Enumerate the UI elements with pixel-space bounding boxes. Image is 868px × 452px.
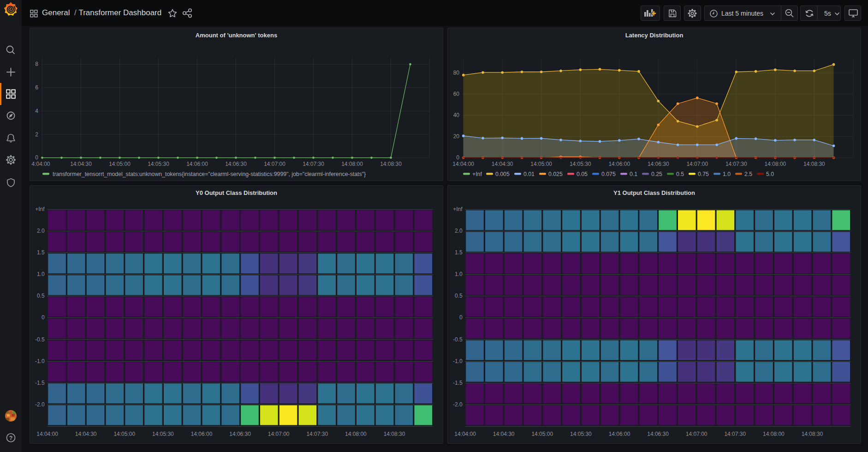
svg-text:14:06:00: 14:06:00 <box>608 161 630 167</box>
svg-text:14:08:30: 14:08:30 <box>384 431 405 437</box>
svg-text:14:07:00: 14:07:00 <box>268 431 290 437</box>
svg-text:20: 20 <box>453 133 460 140</box>
svg-text:transformer_tensorrt_model_sta: transformer_tensorrt_model_stats:unknown… <box>53 171 366 177</box>
svg-text:14:04:30: 14:04:30 <box>492 161 513 167</box>
svg-text:0: 0 <box>42 314 45 321</box>
svg-text:14:04:30: 14:04:30 <box>75 431 97 437</box>
svg-text:14:08:30: 14:08:30 <box>802 431 823 437</box>
svg-text:-2.0: -2.0 <box>35 401 45 408</box>
svg-text:14:04:30: 14:04:30 <box>493 431 515 437</box>
svg-text:14:06:30: 14:06:30 <box>229 431 251 437</box>
svg-text:14:07:30: 14:07:30 <box>725 161 747 167</box>
svg-text:14:05:30: 14:05:30 <box>148 161 169 167</box>
svg-text:-1.5: -1.5 <box>453 380 463 386</box>
svg-text:14:05:00: 14:05:00 <box>530 161 552 167</box>
svg-text:14:04:00: 14:04:00 <box>452 161 474 167</box>
svg-text:14:06:30: 14:06:30 <box>647 431 669 437</box>
svg-text:0.075: 0.075 <box>601 171 616 177</box>
svg-text:0.01: 0.01 <box>523 171 535 177</box>
svg-text:0.5: 0.5 <box>676 171 684 177</box>
svg-text:40: 40 <box>453 112 460 118</box>
svg-text:14:04:00: 14:04:00 <box>36 431 58 437</box>
svg-text:-2.0: -2.0 <box>453 401 463 408</box>
svg-text:14:07:30: 14:07:30 <box>724 431 746 437</box>
svg-text:4: 4 <box>35 108 38 114</box>
svg-text:-1.0: -1.0 <box>453 358 463 364</box>
svg-text:14:05:00: 14:05:00 <box>113 431 135 437</box>
svg-text:14:08:30: 14:08:30 <box>380 161 402 167</box>
svg-text:0: 0 <box>459 314 463 321</box>
svg-text:0.025: 0.025 <box>548 171 563 177</box>
svg-text:1.5: 1.5 <box>37 249 45 256</box>
svg-text:1.0: 1.0 <box>37 271 45 277</box>
svg-text:14:05:30: 14:05:30 <box>570 431 592 437</box>
svg-text:80: 80 <box>453 70 460 76</box>
svg-text:0.75: 0.75 <box>698 171 709 177</box>
svg-text:+Inf: +Inf <box>472 171 482 177</box>
svg-text:-0.5: -0.5 <box>453 336 463 343</box>
svg-text:14:06:00: 14:06:00 <box>191 431 213 437</box>
svg-text:14:06:00: 14:06:00 <box>186 161 208 167</box>
svg-text:+Inf: +Inf <box>35 206 45 212</box>
svg-text:14:06:00: 14:06:00 <box>609 431 630 437</box>
svg-text:14:07:00: 14:07:00 <box>686 161 708 167</box>
svg-text:0.5: 0.5 <box>37 293 45 299</box>
svg-text:14:07:30: 14:07:30 <box>306 431 328 437</box>
svg-text:0.5: 0.5 <box>455 293 463 299</box>
svg-text:2.0: 2.0 <box>455 228 463 234</box>
svg-text:14:08:30: 14:08:30 <box>803 161 825 167</box>
svg-text:1.5: 1.5 <box>455 249 463 256</box>
svg-text:14:07:00: 14:07:00 <box>264 161 285 167</box>
svg-text:14:07:00: 14:07:00 <box>686 431 707 437</box>
svg-text:14:05:30: 14:05:30 <box>570 161 591 167</box>
svg-text:+Inf: +Inf <box>453 206 463 212</box>
svg-text:1.0: 1.0 <box>455 271 463 277</box>
svg-text:14:04:30: 14:04:30 <box>70 161 92 167</box>
svg-text:60: 60 <box>453 91 460 97</box>
svg-text:5.0: 5.0 <box>766 171 774 177</box>
svg-text:14:06:30: 14:06:30 <box>648 161 669 167</box>
svg-text:14:07:30: 14:07:30 <box>303 161 324 167</box>
svg-text:14:08:00: 14:08:00 <box>763 431 785 437</box>
svg-text:14:04:00: 14:04:00 <box>454 431 476 437</box>
svg-text:14:08:00: 14:08:00 <box>345 431 367 437</box>
svg-text:4:04:00: 4:04:00 <box>31 161 50 167</box>
svg-text:-1.0: -1.0 <box>35 358 45 364</box>
svg-text:2.0: 2.0 <box>37 228 45 234</box>
svg-text:0.25: 0.25 <box>651 171 662 177</box>
svg-text:0.005: 0.005 <box>495 171 510 177</box>
svg-text:2: 2 <box>35 131 38 138</box>
svg-text:14:06:30: 14:06:30 <box>225 161 247 167</box>
svg-text:-1.5: -1.5 <box>35 380 45 386</box>
svg-text:14:08:00: 14:08:00 <box>341 161 363 167</box>
svg-text:?: ? <box>9 435 13 441</box>
svg-text:8: 8 <box>35 61 38 67</box>
svg-text:6: 6 <box>35 84 38 91</box>
svg-text:0: 0 <box>35 154 38 161</box>
svg-text:0: 0 <box>456 154 459 161</box>
svg-text:1.0: 1.0 <box>723 171 731 177</box>
svg-text:-0.5: -0.5 <box>35 336 45 343</box>
svg-text:2.5: 2.5 <box>744 171 752 177</box>
svg-text:0.05: 0.05 <box>577 171 588 177</box>
svg-text:0.1: 0.1 <box>630 171 637 177</box>
svg-text:14:05:00: 14:05:00 <box>109 161 131 167</box>
svg-text:14:05:00: 14:05:00 <box>531 431 553 437</box>
svg-text:14:08:00: 14:08:00 <box>765 161 786 167</box>
svg-text:14:05:30: 14:05:30 <box>152 431 174 437</box>
